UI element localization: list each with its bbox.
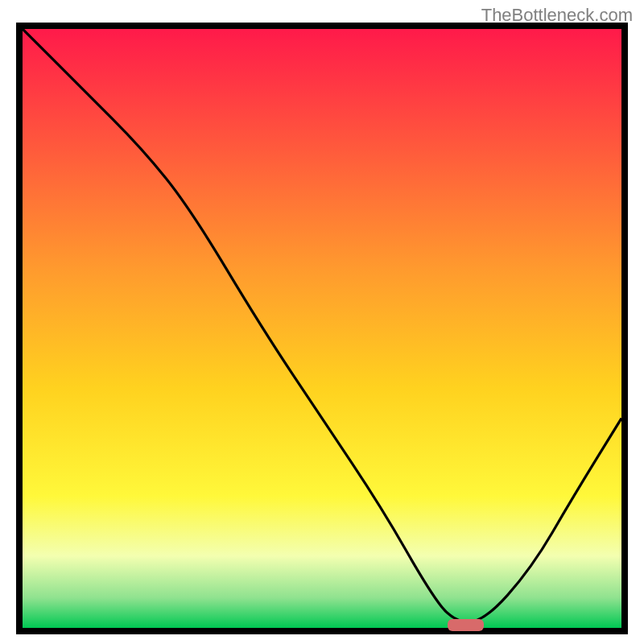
watermark-text: TheBottleneck.com (481, 5, 633, 26)
chart-container: TheBottleneck.com (0, 0, 644, 644)
bottleneck-curve (23, 29, 621, 628)
optimal-marker (448, 619, 484, 631)
chart-frame (16, 23, 628, 634)
